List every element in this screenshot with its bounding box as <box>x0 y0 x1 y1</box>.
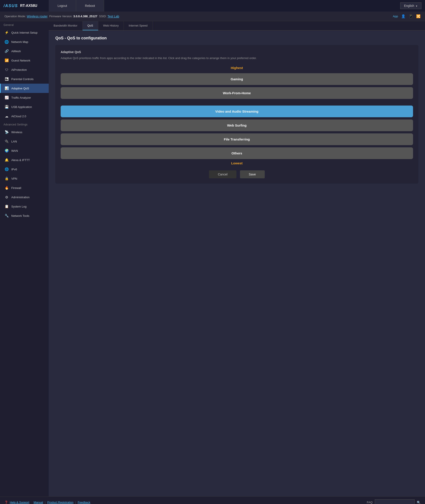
product-reg-link[interactable]: Product Registration <box>47 501 73 504</box>
ssid-value[interactable]: Test Lab <box>107 15 119 18</box>
save-button[interactable]: Save <box>240 170 265 178</box>
footer-sep-2: | <box>75 501 76 504</box>
cloud-icon <box>4 114 9 118</box>
category-item-video-audio-streaming[interactable]: Video and Audio Streaming <box>61 105 413 117</box>
sidebar-item-label: Network Tools <box>11 214 29 217</box>
logout-button[interactable]: Logout <box>49 0 76 12</box>
sidebar-item-alexa-ifttt[interactable]: Alexa & IFTTT <box>0 155 49 165</box>
sidebar-item-aiprotection[interactable]: AiProtection <box>0 65 49 74</box>
search-icon[interactable] <box>417 501 421 504</box>
category-item-gaming[interactable]: Gaming <box>61 73 413 85</box>
sidebar-general-label: General <box>0 21 49 28</box>
parent-icon <box>4 77 9 81</box>
sidebar-item-label: Alexa & IFTTT <box>11 158 30 162</box>
sidebar-item-label: WAN <box>11 149 18 152</box>
sidebar-item-traffic-analyzer[interactable]: Traffic Analyzer <box>0 93 49 102</box>
wifi-icon <box>4 58 9 63</box>
wan-icon <box>4 148 9 153</box>
manual-link[interactable]: Manual <box>34 501 43 504</box>
sidebar-item-label: Parental Controls <box>11 78 33 81</box>
qos-card-description: Adaptive QoS prioritizes traffic from ap… <box>61 56 413 61</box>
sidebar-item-administration[interactable]: Administration <box>0 192 49 202</box>
shield-icon <box>4 67 9 72</box>
wireless-icon <box>4 130 9 135</box>
sidebar-item-vpn[interactable]: VPN <box>0 174 49 183</box>
sidebar-item-lan[interactable]: LAN <box>0 137 49 146</box>
sidebar-item-label: AiCloud 2.0 <box>11 115 26 118</box>
sidebar-item-label: Guest Network <box>11 59 30 62</box>
usb-icon <box>4 105 9 109</box>
language-selector[interactable]: English <box>400 2 421 9</box>
chevron-down-icon <box>415 4 418 7</box>
user-icon[interactable] <box>401 14 405 18</box>
reboot-button[interactable]: Reboot <box>76 0 104 12</box>
operation-mode-value[interactable]: Wireless router <box>27 15 48 18</box>
tab-web-history[interactable]: Web History <box>98 21 124 30</box>
top-bar: /ASUS RT-AX58U Logout Reboot English <box>0 0 425 12</box>
quick-icon <box>4 30 9 35</box>
status-bar: Operation Mode: Wireless router Firmware… <box>0 12 425 21</box>
sidebar-item-network-map[interactable]: Network Map <box>0 37 49 46</box>
sidebar-item-aimesh[interactable]: AiMesh <box>0 46 49 56</box>
logo-area: /ASUS RT-AX58U <box>0 0 49 12</box>
app-link[interactable]: App <box>393 15 398 18</box>
tab-bandwidth-monitor[interactable]: Bandwidth Monitor <box>49 21 83 30</box>
sidebar-item-parental-controls[interactable]: Parental Controls <box>0 74 49 84</box>
footer-separator <box>31 501 32 504</box>
sidebar-advanced-label: Advanced Settings <box>0 121 49 127</box>
highest-label: Highest <box>61 66 413 70</box>
priority-gap <box>61 101 413 105</box>
sidebar-item-wireless[interactable]: Wireless <box>0 127 49 137</box>
sidebar-item-ipv6[interactable]: IPv6 <box>0 165 49 174</box>
sidebar-item-aicloud[interactable]: AiCloud 2.0 <box>0 111 49 121</box>
page-title: QoS - QoS to configuration <box>55 36 418 40</box>
category-item-others[interactable]: Others <box>61 147 413 159</box>
category-list-lower: Video and Audio Streaming Web Surfing Fi… <box>61 105 413 159</box>
ipv6-icon <box>4 167 9 172</box>
tab-internet-speed[interactable]: Internet Speed <box>124 21 153 30</box>
log-icon <box>4 204 9 209</box>
tabs-bar: Bandwidth Monitor QoS Web History Intern… <box>49 21 425 31</box>
qos-card: Adaptive QoS Adaptive QoS prioritizes tr… <box>55 45 418 184</box>
sidebar-item-label: VPN <box>11 177 17 180</box>
brand-model: RT-AX58U <box>20 4 37 8</box>
share-icon[interactable] <box>416 14 421 18</box>
sidebar-item-quick-internet-setup[interactable]: Quick Internet Setup <box>0 28 49 37</box>
sidebar-item-adaptive-qos[interactable]: Adaptive QoS <box>0 84 49 93</box>
sidebar-item-firewall[interactable]: Firewall <box>0 183 49 192</box>
sidebar-item-label: Traffic Analyzer <box>11 96 31 99</box>
feedback-link[interactable]: Feedback <box>78 501 90 504</box>
alexa-icon <box>4 157 9 162</box>
category-list: Gaming Work-From-Home <box>61 73 413 99</box>
content-area: Bandwidth Monitor QoS Web History Intern… <box>49 21 425 497</box>
category-item-web-surfing[interactable]: Web Surfing <box>61 119 413 131</box>
sidebar-item-guest-network[interactable]: Guest Network <box>0 56 49 65</box>
vpn-icon <box>4 176 9 181</box>
tab-qos[interactable]: QoS <box>83 21 98 30</box>
qos-icon <box>4 86 9 91</box>
category-item-file-transferring[interactable]: File Transferring <box>61 133 413 145</box>
sidebar-item-system-log[interactable]: System Log <box>0 202 49 211</box>
help-support-link[interactable]: Help & Support <box>10 501 29 504</box>
device-icon[interactable] <box>409 14 413 18</box>
sidebar-item-label: Firewall <box>11 186 21 190</box>
lan-icon <box>4 139 9 144</box>
cancel-button[interactable]: Cancel <box>209 170 236 178</box>
language-label: English <box>404 4 414 7</box>
category-item-work-from-home[interactable]: Work-From-Home <box>61 87 413 99</box>
sidebar-item-label: Wireless <box>11 131 22 134</box>
qos-card-title: Adaptive QoS <box>61 50 413 54</box>
admin-icon <box>4 195 9 200</box>
sidebar-item-usb-application[interactable]: USB Application <box>0 102 49 111</box>
operation-mode-label: Operation Mode: <box>4 15 26 18</box>
top-nav-buttons: Logout Reboot English <box>49 0 425 12</box>
sidebar-item-network-tools[interactable]: Network Tools <box>0 211 49 220</box>
firmware-label: Firmware Version: <box>49 15 73 18</box>
page-content: QoS - QoS to configuration Adaptive QoS … <box>49 31 425 189</box>
firewall-icon <box>4 185 9 190</box>
sidebar-item-wan[interactable]: WAN <box>0 146 49 155</box>
faq-search-input[interactable] <box>375 499 415 504</box>
action-buttons: Cancel Save <box>61 170 413 178</box>
footer-right: FAQ <box>367 499 421 504</box>
sidebar-item-label: Quick Internet Setup <box>11 31 38 34</box>
